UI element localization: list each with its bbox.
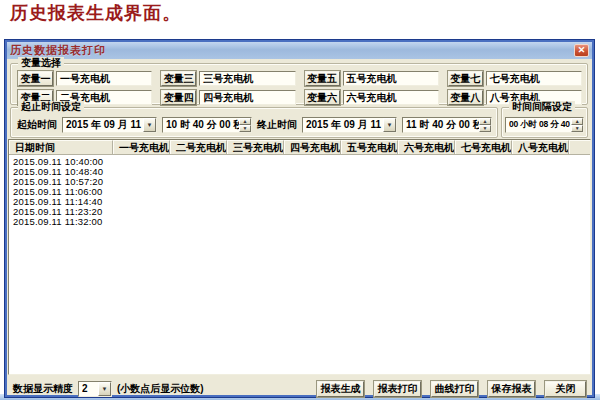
save-report-button[interactable]: 保存报表 bbox=[488, 381, 535, 397]
column-header-charger-8[interactable]: 八号充电机 bbox=[512, 140, 569, 154]
close-icon: ✕ bbox=[578, 46, 586, 55]
variable-cell-5: 变量五 五号充电机 bbox=[305, 71, 439, 86]
variable-cell-3: 变量三 三号充电机 bbox=[161, 71, 295, 86]
print-report-button[interactable]: 报表打印 bbox=[374, 381, 421, 397]
start-time-label: 起始时间 bbox=[17, 118, 57, 132]
report-table[interactable]: 日期时间 一号充电机 二号充电机 三号充电机 四号充电机 五号充电机 六号充电机… bbox=[8, 139, 591, 375]
variable-1-button[interactable]: 变量一 bbox=[18, 71, 53, 86]
time-range-label: 起止时间设定 bbox=[18, 101, 84, 113]
spinner-down-icon[interactable]: ▼ bbox=[479, 125, 491, 132]
history-report-print-dialog: 历史数据报表打印 ✕ 变量选择 变量一 一号充电机 变量三 三号充电机 变量五 … bbox=[5, 40, 594, 397]
variable-1-value-field[interactable]: 一号充电机 bbox=[56, 71, 152, 86]
variable-3-button[interactable]: 变量三 bbox=[161, 71, 196, 86]
column-header-charger-1[interactable]: 一号充电机 bbox=[113, 140, 170, 154]
end-time-spinner[interactable]: ▲ ▼ bbox=[479, 118, 491, 132]
variable-8-button[interactable]: 变量八 bbox=[448, 90, 483, 105]
end-time-input[interactable]: 11 时 40 分 00 秒 ▲ ▼ bbox=[402, 117, 492, 133]
interval-spinner[interactable]: ▲ ▼ bbox=[571, 118, 583, 132]
dialog-client-area: 变量选择 变量一 一号充电机 变量三 三号充电机 变量五 五号充电机 变量七 七… bbox=[7, 59, 592, 395]
start-time-spinner[interactable]: ▲ ▼ bbox=[239, 118, 251, 132]
variable-7-value-field[interactable]: 七号充电机 bbox=[486, 71, 582, 86]
precision-hint: (小数点后显示位数) bbox=[117, 382, 204, 396]
variable-cell-1: 变量一 一号充电机 bbox=[18, 71, 152, 86]
column-header-datetime[interactable]: 日期时间 bbox=[9, 140, 113, 154]
variable-4-value-field[interactable]: 四号充电机 bbox=[199, 90, 295, 105]
variable-5-button[interactable]: 变量五 bbox=[305, 71, 340, 86]
page-title: 、历史报表生成界面。 bbox=[0, 1, 181, 25]
close-dialog-button[interactable]: 关闭 bbox=[545, 381, 586, 397]
column-header-charger-5[interactable]: 五号充电机 bbox=[341, 140, 398, 154]
spinner-up-icon[interactable]: ▲ bbox=[571, 118, 583, 125]
variable-4-button[interactable]: 变量四 bbox=[161, 90, 196, 105]
interval-value: 00 小时 08 分 40 秒 bbox=[509, 119, 571, 131]
print-curve-button[interactable]: 曲线打印 bbox=[431, 381, 478, 397]
chevron-down-icon[interactable]: ▼ bbox=[98, 382, 111, 396]
variable-6-value-field[interactable]: 六号充电机 bbox=[343, 90, 439, 105]
column-header-charger-6[interactable]: 六号充电机 bbox=[398, 140, 455, 154]
variable-6-button[interactable]: 变量六 bbox=[305, 90, 340, 105]
table-header-row: 日期时间 一号充电机 二号充电机 三号充电机 四号充电机 五号充电机 六号充电机… bbox=[9, 140, 590, 155]
footer-bar: 数据显示精度 2 ▼ (小数点后显示位数) 报表生成 报表打印 曲线打印 保存报… bbox=[13, 380, 586, 397]
precision-value: 2 bbox=[82, 383, 98, 394]
time-range-group: 起止时间设定 起始时间 2015 年 09 月 11 日 ▼ 10 时 40 分… bbox=[10, 107, 498, 138]
interval-group: 时间间隔设定 00 小时 08 分 40 秒 ▲ ▼ bbox=[501, 107, 588, 138]
variable-5-value-field[interactable]: 五号充电机 bbox=[343, 71, 439, 86]
variable-cell-6: 变量六 六号充电机 bbox=[305, 90, 439, 105]
start-time-value: 10 时 40 分 00 秒 bbox=[166, 118, 239, 132]
end-date-picker[interactable]: 2015 年 09 月 11 日 ▼ bbox=[302, 117, 397, 133]
start-date-value: 2015 年 09 月 11 日 bbox=[66, 118, 143, 132]
spinner-up-icon[interactable]: ▲ bbox=[479, 118, 491, 125]
generate-report-button[interactable]: 报表生成 bbox=[317, 381, 364, 397]
end-date-value: 2015 年 09 月 11 日 bbox=[306, 118, 383, 132]
precision-label: 数据显示精度 bbox=[13, 382, 73, 396]
chevron-down-icon[interactable]: ▼ bbox=[143, 118, 156, 132]
variable-cell-4: 变量四 四号充电机 bbox=[161, 90, 295, 105]
column-header-charger-4[interactable]: 四号充电机 bbox=[284, 140, 341, 154]
column-header-filler bbox=[569, 140, 590, 154]
end-time-label: 终止时间 bbox=[257, 118, 297, 132]
start-date-picker[interactable]: 2015 年 09 月 11 日 ▼ bbox=[62, 117, 157, 133]
variable-grid: 变量一 一号充电机 变量三 三号充电机 变量五 五号充电机 变量七 七号充电机 … bbox=[18, 71, 582, 105]
variable-3-value-field[interactable]: 三号充电机 bbox=[199, 71, 295, 86]
time-range-row: 起始时间 2015 年 09 月 11 日 ▼ 10 时 40 分 00 秒 ▲… bbox=[17, 117, 492, 133]
close-button[interactable]: ✕ bbox=[574, 44, 589, 57]
column-header-charger-2[interactable]: 二号充电机 bbox=[170, 140, 227, 154]
dialog-titlebar[interactable]: 历史数据报表打印 ✕ bbox=[7, 42, 592, 59]
interval-label: 时间间隔设定 bbox=[509, 101, 575, 113]
column-header-charger-3[interactable]: 三号充电机 bbox=[227, 140, 284, 154]
variable-cell-7: 变量七 七号充电机 bbox=[448, 71, 582, 86]
spinner-down-icon[interactable]: ▼ bbox=[239, 125, 251, 132]
end-time-value: 11 时 40 分 00 秒 bbox=[406, 118, 479, 132]
dialog-title: 历史数据报表打印 bbox=[10, 43, 106, 58]
start-time-input[interactable]: 10 时 40 分 00 秒 ▲ ▼ bbox=[162, 117, 252, 133]
table-row[interactable]: 2015.09.11 11:32:00 bbox=[9, 217, 590, 227]
spinner-down-icon[interactable]: ▼ bbox=[571, 125, 583, 132]
spinner-up-icon[interactable]: ▲ bbox=[239, 118, 251, 125]
variable-select-label: 变量选择 bbox=[18, 57, 64, 69]
variable-select-group: 变量选择 变量一 一号充电机 变量三 三号充电机 变量五 五号充电机 变量七 七… bbox=[10, 63, 588, 105]
heading-text: 历史报表生成界面。 bbox=[10, 3, 181, 23]
interval-input[interactable]: 00 小时 08 分 40 秒 ▲ ▼ bbox=[505, 117, 584, 133]
column-header-charger-7[interactable]: 七号充电机 bbox=[455, 140, 512, 154]
table-body[interactable]: 2015.09.11 10:40:00 2015.09.11 10:48:40 … bbox=[9, 155, 590, 374]
chevron-down-icon[interactable]: ▼ bbox=[383, 118, 396, 132]
variable-7-button[interactable]: 变量七 bbox=[448, 71, 483, 86]
precision-select[interactable]: 2 ▼ bbox=[78, 381, 112, 397]
heading-fragment: 、 bbox=[0, 3, 10, 23]
